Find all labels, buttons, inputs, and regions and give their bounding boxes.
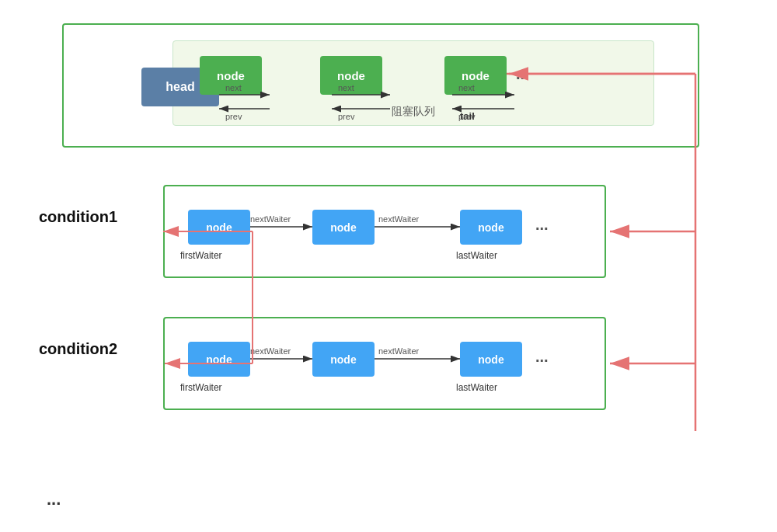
bottom-dots: ... [47,489,61,509]
svg-text:nextWaiter: nextWaiter [250,214,291,224]
diagram-container: 阻塞队列 head node node node tail ... [0,0,777,532]
green-node-1: node [200,56,262,95]
top-dots: ... [516,65,529,83]
cond1-dots: ... [535,216,549,234]
condition1-box: node firstWaiter node node lastWaiter ..… [163,185,606,278]
svg-text:nextWaiter: nextWaiter [250,346,291,356]
svg-text:nextWaiter: nextWaiter [378,214,420,224]
green-node-2: node [320,56,382,95]
cond2-lastwaiter: lastWaiter [456,382,497,393]
cond1-firstwaiter: firstWaiter [180,250,222,261]
cond1-lastwaiter: lastWaiter [456,250,497,261]
condition2-label: condition2 [39,340,117,358]
aqs-label: 阻塞队列 [392,105,435,119]
condition1-label: condition1 [39,208,117,226]
cond2-node3: node [460,342,522,377]
cond2-dots: ... [535,348,549,366]
cond1-node1: node [188,210,250,245]
cond1-node2: node [312,210,375,245]
cond2-node2: node [312,342,375,377]
cond2-node1: node [188,342,250,377]
cond1-node3: node [460,210,522,245]
green-node-3-tail: node [444,56,507,95]
condition2-box: node firstWaiter node node lastWaiter ..… [163,317,606,410]
aqs-outer-box: 阻塞队列 head node node node tail ... [62,23,699,148]
cond2-firstwaiter: firstWaiter [180,382,222,393]
svg-text:nextWaiter: nextWaiter [378,346,420,356]
tail-label: tail [460,110,475,122]
